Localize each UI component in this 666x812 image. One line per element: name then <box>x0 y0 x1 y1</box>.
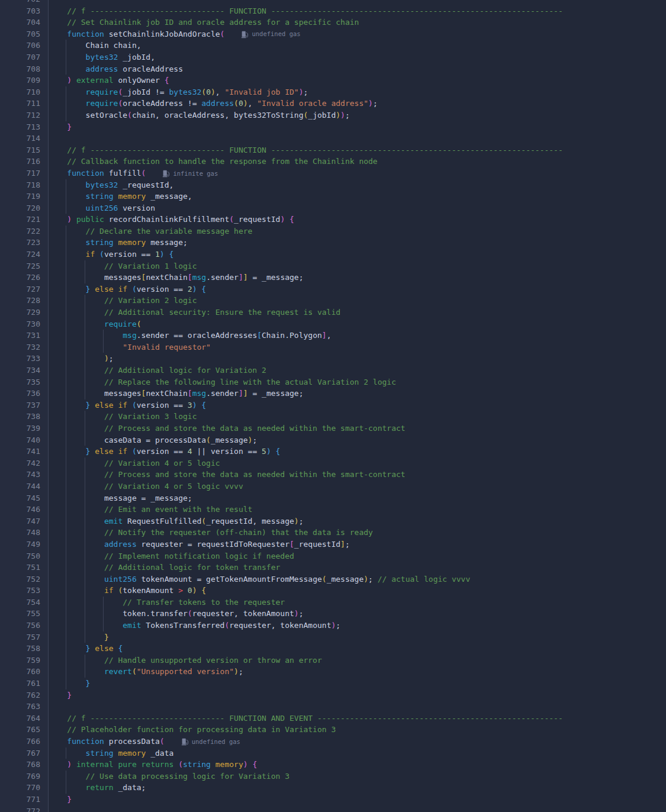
code-line[interactable]: 716 // Callback function to handle the r… <box>0 156 666 167</box>
line-number[interactable]: 770 <box>0 782 48 794</box>
line-number[interactable]: 734 <box>0 365 48 376</box>
code-line[interactable]: 732 "Invalid requestor" <box>0 341 666 353</box>
line-number[interactable]: 727 <box>0 283 48 295</box>
line-number[interactable]: 767 <box>0 747 48 759</box>
line-number[interactable]: 738 <box>0 411 48 423</box>
code-line[interactable]: 702 <box>0 0 666 5</box>
line-number[interactable]: 771 <box>0 794 48 805</box>
code-line[interactable]: 707 bytes32 _jobId, <box>0 51 666 63</box>
code-line[interactable]: 750 // Implement notification logic if n… <box>0 550 666 562</box>
line-number[interactable]: 744 <box>0 481 48 492</box>
code-line[interactable]: 753 if (tokenAmount > 0) { <box>0 585 666 597</box>
line-number[interactable]: 769 <box>0 771 48 782</box>
code-line[interactable]: 768 ) internal pure returns (string memo… <box>0 759 666 771</box>
line-number[interactable]: 760 <box>0 666 48 678</box>
line-number[interactable]: 718 <box>0 179 48 191</box>
code-line[interactable]: 729 // Additional security: Ensure the r… <box>0 307 666 318</box>
line-number[interactable]: 711 <box>0 98 48 109</box>
code-line[interactable]: 771 } <box>0 794 666 805</box>
code-line[interactable]: 723 string memory message; <box>0 237 666 249</box>
line-number[interactable]: 755 <box>0 608 48 620</box>
code-line[interactable]: 733 ); <box>0 353 666 365</box>
line-number[interactable]: 725 <box>0 260 48 272</box>
line-number[interactable]: 704 <box>0 17 48 28</box>
line-number[interactable]: 713 <box>0 121 48 133</box>
code-line[interactable]: 748 // Notify the requester (off-chain) … <box>0 527 666 539</box>
code-line[interactable]: 730 require( <box>0 318 666 330</box>
code-line[interactable]: 772 <box>0 805 666 812</box>
line-number[interactable]: 706 <box>0 40 48 51</box>
code-line[interactable]: 746 // Emit an event with the result <box>0 504 666 515</box>
code-line[interactable]: 740 caseData = processData(_message); <box>0 434 666 446</box>
code-line[interactable]: 759 // Handle unsupported version or thr… <box>0 655 666 666</box>
line-number[interactable]: 708 <box>0 63 48 75</box>
code-line[interactable]: 726 messages[nextChain[msg.sender]] = _m… <box>0 272 666 283</box>
code-line[interactable]: 703 // f ----------------------------- F… <box>0 5 666 17</box>
line-number[interactable]: 757 <box>0 631 48 643</box>
line-number[interactable]: 715 <box>0 144 48 156</box>
line-number[interactable]: 764 <box>0 713 48 724</box>
line-number[interactable]: 722 <box>0 225 48 237</box>
code-line[interactable]: 752 uint256 tokenAmount = getTokenAmount… <box>0 573 666 585</box>
line-number[interactable]: 763 <box>0 701 48 713</box>
code-line[interactable]: 757 } <box>0 631 666 643</box>
code-line[interactable]: 743 // Process and store the data as nee… <box>0 469 666 481</box>
code-line[interactable]: 711 require(oracleAddress != address(0),… <box>0 98 666 109</box>
line-number[interactable]: 730 <box>0 318 48 330</box>
line-number[interactable]: 735 <box>0 376 48 388</box>
code-line[interactable]: 719 string memory _message, <box>0 191 666 202</box>
code-line[interactable]: 713 } <box>0 121 666 133</box>
line-number[interactable]: 758 <box>0 643 48 655</box>
line-number[interactable]: 716 <box>0 156 48 167</box>
line-number[interactable]: 712 <box>0 109 48 121</box>
line-number[interactable]: 750 <box>0 550 48 562</box>
line-number[interactable]: 726 <box>0 272 48 283</box>
line-number[interactable]: 728 <box>0 295 48 307</box>
line-number[interactable]: 724 <box>0 249 48 260</box>
code-line[interactable]: 722 // Declare the variable message here <box>0 225 666 237</box>
code-line[interactable]: 736 messages[nextChain[msg.sender]] = _m… <box>0 388 666 399</box>
code-line[interactable]: 758 } else { <box>0 643 666 655</box>
line-number[interactable]: 709 <box>0 75 48 86</box>
code-line[interactable]: 731 msg.sender == oracleAddresses[Chain.… <box>0 330 666 341</box>
line-number[interactable]: 740 <box>0 434 48 446</box>
code-line[interactable]: 704 // Set Chainlink job ID and oracle a… <box>0 17 666 28</box>
code-line[interactable]: 766 function processData(undefined gas <box>0 736 666 747</box>
line-number[interactable]: 742 <box>0 457 48 469</box>
code-line[interactable]: 765 // Placeholder function for processi… <box>0 724 666 736</box>
code-line[interactable]: 763 <box>0 701 666 713</box>
line-number[interactable]: 710 <box>0 86 48 98</box>
code-line[interactable]: 737 } else if (version == 3) { <box>0 399 666 411</box>
code-line[interactable]: 751 // Additional logic for token transf… <box>0 562 666 573</box>
code-line[interactable]: 761 } <box>0 678 666 689</box>
line-number[interactable]: 761 <box>0 678 48 689</box>
code-line[interactable]: 762 } <box>0 689 666 701</box>
code-line[interactable]: 742 // Variation 4 or 5 logic <box>0 457 666 469</box>
code-line[interactable]: 705 function setChainlinkJobAndOracle(un… <box>0 28 666 40</box>
code-line[interactable]: 754 // Transfer tokens to the requester <box>0 597 666 608</box>
line-number[interactable]: 729 <box>0 307 48 318</box>
line-number[interactable]: 768 <box>0 759 48 771</box>
line-number[interactable]: 749 <box>0 539 48 550</box>
line-number[interactable]: 732 <box>0 341 48 353</box>
line-number[interactable]: 759 <box>0 655 48 666</box>
code-line[interactable]: 708 address oracleAddress <box>0 63 666 75</box>
code-line[interactable]: 710 require(_jobId != bytes32(0), "Inval… <box>0 86 666 98</box>
line-number[interactable]: 723 <box>0 237 48 249</box>
line-number[interactable]: 741 <box>0 446 48 457</box>
code-line[interactable]: 747 emit RequestFulfilled(_requestId, me… <box>0 515 666 527</box>
line-number[interactable]: 765 <box>0 724 48 736</box>
line-number[interactable]: 745 <box>0 492 48 504</box>
line-number[interactable]: 748 <box>0 527 48 539</box>
code-line[interactable]: 764 // f ----------------------------- F… <box>0 713 666 724</box>
line-number[interactable]: 751 <box>0 562 48 573</box>
code-line[interactable]: 728 // Variation 2 logic <box>0 295 666 307</box>
code-line[interactable]: 756 emit TokensTransferred(requester, to… <box>0 620 666 631</box>
line-number[interactable]: 746 <box>0 504 48 515</box>
line-number[interactable]: 753 <box>0 585 48 597</box>
line-number[interactable]: 772 <box>0 805 48 812</box>
line-number[interactable]: 705 <box>0 28 48 40</box>
line-number[interactable]: 737 <box>0 399 48 411</box>
code-line[interactable]: 738 // Variation 3 logic <box>0 411 666 423</box>
code-line[interactable]: 745 message = _message; <box>0 492 666 504</box>
